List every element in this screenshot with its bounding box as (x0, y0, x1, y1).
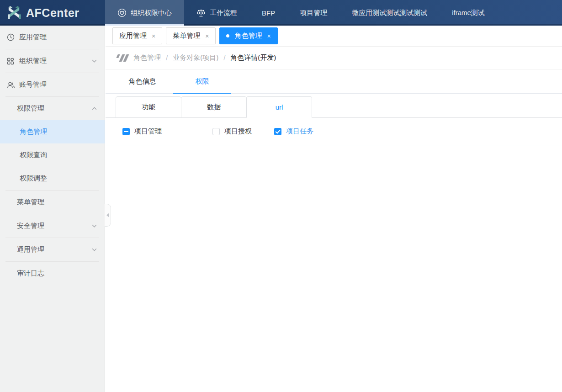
sidebar-item-permission-adjust[interactable]: 权限调整 (0, 167, 105, 190)
url-permission-list: 项目管理 项目授权 项目任务 (106, 118, 562, 145)
tab-label: 功能 (142, 103, 155, 111)
role-detail-tabs: 角色信息 权限 (106, 69, 562, 94)
main-content: 应用管理 × 菜单管理 × 角色管理 × 角色管理 / 业务对象(项目) / 角… (106, 26, 562, 392)
breadcrumb-role-management[interactable]: 角色管理 (133, 53, 161, 62)
sidebar-item-label: 权限调整 (20, 174, 97, 183)
nav-item-iframe-test[interactable]: iframe测试 (440, 0, 497, 26)
nav-item-bfp[interactable]: BFP (249, 0, 287, 26)
tab-function-permission[interactable]: 功能 (116, 96, 181, 118)
tab-label: 角色信息 (129, 77, 156, 86)
tab-data-permission[interactable]: 数据 (181, 96, 247, 118)
sidebar-item-account-management[interactable]: 账号管理 (0, 73, 105, 96)
nav-item-label: 工作流程 (210, 9, 237, 17)
sidebar-item-label: 账号管理 (19, 80, 97, 89)
sidebar-item-permission-query[interactable]: 权限查询 (0, 143, 105, 167)
sidebar-item-role-management[interactable]: 角色管理 (0, 120, 105, 143)
breadcrumb: 角色管理 / 业务对象(项目) / 角色详情(开发) (106, 47, 562, 69)
logo[interactable]: AFCenter (0, 0, 105, 26)
triangle-left-icon (106, 213, 109, 217)
nav-item-microapp-test[interactable]: 微应用测试测试测试测试 (339, 0, 440, 26)
checkbox-checked[interactable] (274, 128, 281, 135)
checkbox-item-project-management[interactable]: 项目管理 (122, 127, 212, 136)
breadcrumb-separator: / (223, 54, 225, 62)
permission-type-tabs: 功能 数据 url (106, 94, 562, 118)
chevron-up-icon (91, 106, 97, 111)
sidebar-item-app-management[interactable]: 应用管理 (0, 26, 105, 49)
tab-label: url (276, 103, 283, 111)
top-navigation: 组织权限中心 工作流程 BFP 项目管理 微应用测试测试测试测试 (105, 0, 562, 26)
breadcrumb-separator: / (166, 54, 168, 62)
workspace-tabbar: 应用管理 × 菜单管理 × 角色管理 × (106, 26, 562, 47)
sidebar-item-menu-management[interactable]: 菜单管理 (0, 191, 105, 214)
sidebar-collapse-handle[interactable] (105, 204, 111, 227)
nav-item-org-permission-center[interactable]: 组织权限中心 (105, 0, 184, 26)
workspace-tab-role-management[interactable]: 角色管理 × (219, 27, 277, 44)
close-icon[interactable]: × (205, 33, 209, 39)
chevron-down-icon (91, 247, 97, 253)
sidebar-item-label: 角色管理 (20, 127, 97, 136)
active-dot-icon (226, 34, 229, 37)
sidebar-item-label: 通用管理 (17, 245, 91, 254)
tab-role-info[interactable]: 角色信息 (112, 69, 172, 93)
nav-item-workflow[interactable]: 工作流程 (184, 0, 249, 26)
sidebar-item-label: 权限管理 (17, 104, 91, 113)
sidebar-item-label: 审计日志 (17, 269, 97, 278)
sidebar-item-label: 菜单管理 (17, 198, 97, 207)
nav-item-label: BFP (262, 9, 275, 17)
sidebar: 应用管理 组织管理 账号管理 权限管理 (0, 26, 105, 392)
sidebar-item-audit-log[interactable]: 审计日志 (0, 262, 105, 285)
tab-label: 数据 (207, 103, 221, 111)
nav-item-label: 项目管理 (300, 9, 327, 17)
app-header: AFCenter 组织权限中心 (0, 0, 562, 26)
close-icon[interactable]: × (152, 33, 155, 39)
sidebar-item-label: 安全管理 (17, 222, 91, 230)
checkbox-indeterminate[interactable] (122, 128, 130, 135)
tab-label: 菜单管理 (173, 32, 200, 40)
nav-item-label: iframe测试 (452, 9, 485, 17)
checkbox-item-project-authorization[interactable]: 项目授权 (212, 127, 274, 136)
tab-url-permission[interactable]: url (246, 96, 312, 118)
workspace-tab-app-management[interactable]: 应用管理 × (112, 27, 162, 44)
chevron-down-icon (91, 58, 97, 64)
checkbox-label: 项目管理 (134, 127, 162, 136)
grid-icon (7, 58, 15, 65)
users-icon (7, 81, 15, 89)
breadcrumb-role-detail: 角色详情(开发) (230, 53, 276, 62)
breadcrumb-business-object[interactable]: 业务对象(项目) (173, 53, 218, 62)
nav-item-label: 组织权限中心 (131, 9, 172, 17)
sidebar-item-permission-management[interactable]: 权限管理 (0, 97, 105, 120)
tab-label: 权限 (196, 77, 209, 86)
checkbox-item-project-task[interactable]: 项目任务 (274, 127, 313, 136)
breadcrumb-slashes-icon (117, 54, 127, 62)
close-icon[interactable]: × (267, 33, 270, 39)
checkbox-unchecked[interactable] (212, 128, 220, 135)
logo-icon (7, 5, 22, 21)
app-title: AFCenter (26, 6, 80, 20)
chevron-down-icon (91, 223, 97, 229)
scale-icon (196, 8, 206, 17)
tab-label: 角色管理 (234, 32, 262, 40)
sidebar-item-security-management[interactable]: 安全管理 (0, 214, 105, 238)
heart-shield-icon (117, 8, 127, 17)
workspace-tab-menu-management[interactable]: 菜单管理 × (166, 27, 216, 44)
sidebar-item-label: 权限查询 (20, 151, 97, 159)
checkbox-label: 项目任务 (286, 127, 313, 136)
tab-label: 应用管理 (119, 32, 147, 40)
clock-icon (7, 33, 15, 41)
sidebar-item-org-management[interactable]: 组织管理 (0, 49, 105, 73)
sidebar-item-common-management[interactable]: 通用管理 (0, 238, 105, 261)
tab-permission[interactable]: 权限 (172, 69, 232, 93)
checkbox-label: 项目授权 (224, 127, 252, 136)
nav-item-label: 微应用测试测试测试测试 (352, 9, 427, 17)
nav-item-project-management[interactable]: 项目管理 (287, 0, 339, 26)
sidebar-item-label: 组织管理 (19, 57, 91, 65)
sidebar-item-label: 应用管理 (19, 33, 97, 42)
